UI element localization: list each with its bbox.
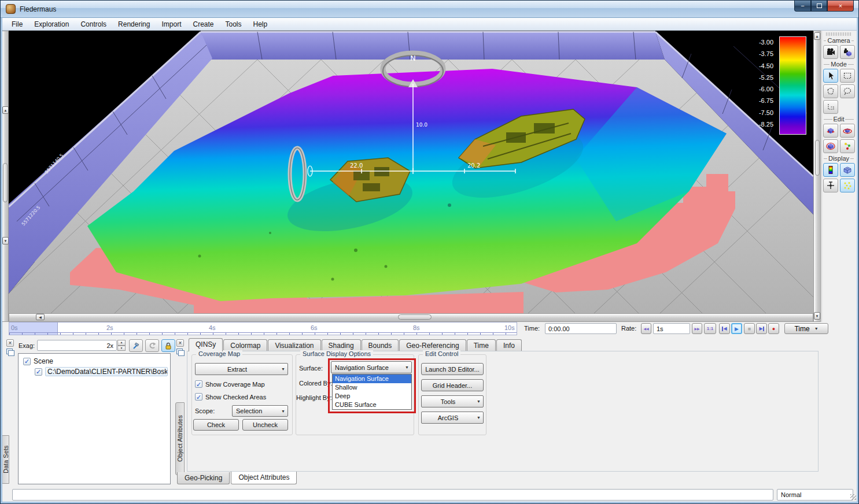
- scope-dropdown[interactable]: Selection ▼: [232, 405, 288, 417]
- exag-spinner[interactable]: ▲ ▼: [117, 340, 126, 351]
- check-button[interactable]: Check: [193, 419, 239, 431]
- polygon-select-button[interactable]: [823, 84, 838, 98]
- bottom-pane-scrollbar[interactable]: ◀: [9, 313, 813, 322]
- title-bar[interactable]: Fledermaus − ×: [1, 1, 859, 18]
- corner-select-button[interactable]: [823, 100, 838, 114]
- checkbox-checked[interactable]: ✓: [23, 358, 31, 365]
- scroll-down-icon[interactable]: ▼: [2, 237, 9, 244]
- option-cube-surface[interactable]: CUBE Surface: [333, 401, 411, 409]
- colorbar-display-button[interactable]: [823, 163, 838, 177]
- menu-file[interactable]: File: [6, 18, 28, 31]
- extract-dropdown[interactable]: Extract ▼: [195, 363, 288, 375]
- go-start-button[interactable]: ◀: [719, 323, 730, 334]
- surface-edit-button[interactable]: [823, 124, 838, 138]
- camera-button[interactable]: [823, 45, 838, 59]
- checkbox-checked[interactable]: ✓: [35, 368, 42, 376]
- tab-object-attributes-side[interactable]: Object Attributes: [175, 402, 185, 475]
- attribute-tabs: QINSy Colormap Visualization Shading Bou…: [189, 338, 522, 351]
- 3d-scene[interactable]: N 10.0 22.0 20.2 5571140.5 5571220.5: [9, 31, 813, 313]
- exag-pick-button[interactable]: [129, 339, 143, 352]
- rate-decrease-button[interactable]: ◀◀: [641, 323, 651, 334]
- play-button[interactable]: ▶: [731, 323, 742, 334]
- stop-button[interactable]: ■: [744, 323, 755, 334]
- menu-import[interactable]: Import: [156, 18, 187, 31]
- lasso-select-button[interactable]: [840, 84, 855, 98]
- grid-display-button[interactable]: [840, 163, 855, 177]
- tab-visualization[interactable]: Visualization: [268, 339, 320, 351]
- show-checked-checkbox[interactable]: ✓ Show Checked Areas: [195, 393, 266, 401]
- record-button[interactable]: ●: [768, 323, 779, 334]
- grid-header-button[interactable]: Grid Header...: [421, 379, 484, 391]
- menu-rendering[interactable]: Rendering: [112, 18, 156, 31]
- option-navigation-surface[interactable]: Navigation Surface: [333, 375, 411, 383]
- scroll-up-icon[interactable]: ▲: [814, 32, 820, 40]
- menu-help[interactable]: Help: [248, 18, 274, 31]
- surface-dropdown[interactable]: Navigation Surface ▼: [331, 361, 412, 373]
- time-input[interactable]: [545, 323, 617, 334]
- option-deep[interactable]: Deep: [333, 392, 411, 401]
- tab-time[interactable]: Time: [467, 339, 496, 351]
- axes-display-button[interactable]: [823, 179, 838, 192]
- timeline-ruler[interactable]: 0s 2s 4s 6s 8s 10s: [9, 322, 517, 335]
- bottom-scroll-thumb[interactable]: [398, 314, 432, 320]
- menu-tools[interactable]: Tools: [220, 18, 248, 31]
- lock-button[interactable]: [161, 339, 175, 352]
- exag-input[interactable]: [37, 340, 117, 351]
- tab-qinsy[interactable]: QINSy: [189, 338, 223, 351]
- tab-colormap[interactable]: Colormap: [223, 339, 267, 351]
- select-mode-button[interactable]: [823, 69, 838, 83]
- right-scroll-thumb[interactable]: [815, 140, 820, 176]
- scroll-down-icon[interactable]: ▼: [814, 312, 820, 320]
- timeline-mode-dropdown[interactable]: Time▼: [784, 323, 828, 334]
- menu-exploration[interactable]: Exploration: [28, 18, 75, 31]
- scene-tree-child[interactable]: ✓ C:\DemoData\CLIENT-PARTNER\Boska...: [20, 366, 169, 377]
- arcgis-dropdown[interactable]: ArcGIS ▼: [421, 412, 484, 424]
- ratio-button[interactable]: 1:1: [704, 323, 716, 334]
- render-mode-field[interactable]: [777, 489, 853, 501]
- resize-grip[interactable]: [850, 494, 856, 500]
- menu-controls[interactable]: Controls: [75, 18, 112, 31]
- uncheck-button[interactable]: Uncheck: [242, 419, 288, 431]
- undo-button[interactable]: [145, 339, 159, 352]
- go-end-button[interactable]: ▶: [756, 323, 767, 334]
- left-pane-scrollbar[interactable]: ▲ ▼: [2, 31, 9, 322]
- points-display-button[interactable]: [840, 179, 855, 192]
- tab-geo-picking[interactable]: Geo-Picking: [177, 472, 230, 484]
- scene-tree-root[interactable]: ✓ Scene: [20, 356, 169, 366]
- camera-object-button[interactable]: [840, 45, 855, 59]
- rate-input[interactable]: [653, 323, 690, 334]
- close-button[interactable]: ×: [827, 1, 854, 12]
- tab-data-sets[interactable]: Data Sets: [1, 435, 9, 484]
- menu-create[interactable]: Create: [187, 18, 219, 31]
- show-coverage-checkbox[interactable]: ✓ Show Coverage Map: [195, 380, 265, 388]
- checkbox-checked[interactable]: ✓: [195, 380, 202, 388]
- panel-close-button[interactable]: ×: [6, 339, 14, 347]
- tab-geo-referencing[interactable]: Geo-Referencing: [399, 339, 466, 351]
- tab-info[interactable]: Info: [496, 339, 522, 351]
- panel-close-button[interactable]: ×: [176, 339, 184, 347]
- launch-3d-editor-button[interactable]: Launch 3D Editor...: [421, 363, 484, 375]
- tab-bounds[interactable]: Bounds: [362, 339, 399, 351]
- rect-select-button[interactable]: [840, 69, 855, 83]
- maximize-button[interactable]: [811, 1, 827, 12]
- minimize-button[interactable]: −: [794, 1, 811, 12]
- toolbar-drag-handle[interactable]: [826, 32, 851, 36]
- tools-dropdown[interactable]: Tools ▼: [421, 395, 484, 407]
- spin-up-icon[interactable]: ▲: [117, 340, 126, 346]
- scroll-left-icon[interactable]: ◀: [36, 314, 45, 320]
- tab-shading[interactable]: Shading: [322, 339, 361, 351]
- status-field[interactable]: [12, 489, 773, 501]
- checkbox-checked[interactable]: ✓: [195, 393, 202, 401]
- option-shallow[interactable]: Shallow: [333, 383, 411, 392]
- left-scroll-thumb[interactable]: [3, 163, 8, 202]
- panel-float-button[interactable]: [6, 349, 13, 354]
- panel-float-button[interactable]: [176, 349, 183, 354]
- box-edit-button[interactable]: [823, 139, 838, 153]
- points-edit-button[interactable]: [840, 139, 855, 153]
- scroll-up-icon[interactable]: ▲: [2, 106, 9, 114]
- rotate-edit-button[interactable]: [840, 124, 855, 138]
- tab-object-attributes[interactable]: Object Attributes: [231, 472, 297, 484]
- spin-down-icon[interactable]: ▼: [117, 346, 126, 351]
- right-pane-scrollbar[interactable]: ▲ ▼: [813, 31, 821, 322]
- rate-increase-button[interactable]: ▶▶: [692, 323, 702, 334]
